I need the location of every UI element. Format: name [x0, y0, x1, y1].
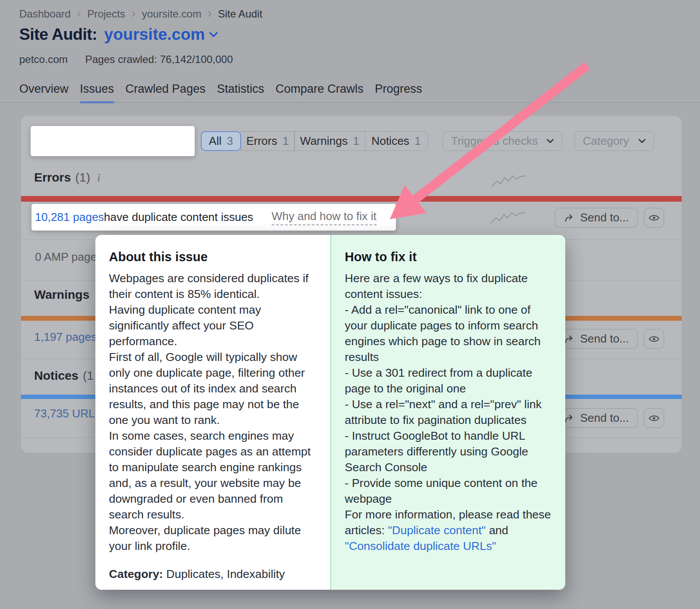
trend-sparkline-icon	[491, 172, 527, 190]
eye-icon	[648, 214, 660, 222]
severity-filter: All 3 Errors 1 Warnings 1 Notices 1	[201, 131, 428, 151]
filter-notices[interactable]: Notices 1	[365, 131, 428, 151]
filter-all-label: All	[209, 134, 221, 148]
warning-pages-link[interactable]: 1,197 pages	[34, 330, 97, 344]
filter-errors[interactable]: Errors 1	[241, 131, 295, 151]
breadcrumb: Dashboard Projects yoursite.com Site Aud…	[19, 8, 262, 20]
tab-statistics[interactable]: Statistics	[217, 82, 264, 103]
category-label: Category	[583, 134, 629, 148]
errors-severity-bar	[21, 196, 682, 202]
triggered-checks-label: Triggered checks	[451, 134, 538, 148]
why-and-how-to-fix-link[interactable]: Why and how to fix it	[272, 210, 377, 225]
tab-issues[interactable]: Issues	[80, 82, 114, 103]
duplicate-content-article-link[interactable]: "Duplicate content"	[388, 524, 486, 537]
issue-details-tooltip: About this issue Webpages are considered…	[95, 235, 565, 590]
chevron-right-icon	[207, 10, 212, 18]
page-title-prefix: Site Audit:	[19, 25, 97, 44]
share-arrow-icon	[564, 334, 574, 344]
tab-bar: Overview Issues Crawled Pages Statistics…	[19, 82, 422, 103]
issue-description: have duplicate content issues	[104, 210, 253, 224]
send-to-button[interactable]: Send to...	[555, 408, 638, 428]
send-to-label: Send to...	[580, 411, 629, 425]
notice-urls-link[interactable]: 73,735 URL	[34, 407, 95, 420]
tab-progress[interactable]: Progress	[375, 82, 422, 103]
filter-notices-count: 1	[415, 134, 421, 148]
page-title: Site Audit: yoursite.com	[19, 25, 218, 44]
tab-compare-crawls[interactable]: Compare Crawls	[276, 82, 364, 103]
fix-body-and: and	[486, 524, 508, 537]
pages-crawled-label: Pages crawled: 76,142/100,000	[85, 53, 233, 66]
category-dropdown[interactable]: Category	[574, 131, 654, 151]
filter-all[interactable]: All 3	[201, 131, 241, 151]
errors-section-header: Errors(1)i	[34, 171, 100, 185]
issue-category-line: Category: Duplicates, Indexability	[109, 566, 318, 582]
share-arrow-icon	[564, 213, 574, 223]
breadcrumb-item-dashboard[interactable]: Dashboard	[19, 8, 70, 20]
send-to-label: Send to...	[580, 211, 629, 224]
hide-issue-button[interactable]	[644, 329, 664, 349]
notices-title: Notices	[34, 369, 78, 382]
error-issue-row: 10,281 pages have duplicate content issu…	[32, 204, 396, 231]
breadcrumb-item-site[interactable]: yoursite.com	[142, 8, 201, 20]
project-selector[interactable]: yoursite.com	[104, 25, 218, 44]
chevron-down-icon	[546, 139, 554, 144]
amp-issue-row: 0 AMP page	[35, 250, 97, 264]
filter-errors-count: 1	[283, 134, 289, 148]
hide-issue-button[interactable]	[644, 408, 664, 428]
category-value: Duplicates, Indexability	[163, 567, 285, 581]
notices-section-header: Notices(1	[34, 369, 94, 383]
fix-heading: How to fix it	[345, 250, 553, 264]
project-name[interactable]: yoursite.com	[104, 25, 205, 44]
tabs-divider	[0, 102, 700, 103]
about-body: Webpages are considered duplicates if th…	[109, 270, 318, 554]
project-meta: petco.com Pages crawled: 76,142/100,000	[19, 53, 233, 66]
project-domain: petco.com	[19, 53, 68, 66]
send-to-button[interactable]: Send to...	[555, 208, 638, 228]
chevron-down-icon	[638, 139, 646, 144]
filter-warnings-label: Warnings	[300, 134, 348, 148]
filter-errors-label: Errors	[246, 134, 277, 148]
triggered-checks-dropdown[interactable]: Triggered checks	[443, 131, 562, 151]
eye-icon	[648, 335, 660, 343]
errors-count: (1)	[75, 171, 90, 184]
info-icon[interactable]: i	[97, 172, 100, 184]
warnings-section-header: Warnings	[34, 288, 90, 302]
consolidate-duplicate-urls-article-link[interactable]: "Consolidate duplicate URLs"	[345, 539, 496, 553]
send-to-label: Send to...	[580, 332, 629, 346]
hide-issue-button[interactable]	[644, 208, 664, 228]
trend-sparkline-icon	[490, 209, 526, 227]
about-this-issue-panel: About this issue Webpages are considered…	[95, 235, 330, 590]
fix-body-text: Here are a few ways to fix duplicate con…	[345, 272, 551, 537]
warnings-title: Warnings	[34, 288, 90, 301]
breadcrumb-item-projects[interactable]: Projects	[87, 8, 125, 20]
category-label: Category:	[109, 567, 163, 581]
share-arrow-icon	[564, 413, 574, 423]
about-heading: About this issue	[109, 250, 318, 264]
filter-warnings-count: 1	[353, 134, 359, 148]
how-to-fix-panel: How to fix it Here are a few ways to fix…	[330, 235, 565, 590]
breadcrumb-item-site-audit: Site Audit	[218, 8, 262, 20]
notices-count: (1	[83, 369, 94, 382]
chevron-down-icon	[209, 32, 218, 38]
chevron-right-icon	[131, 10, 136, 18]
search-spotlight	[31, 126, 195, 156]
tab-overview[interactable]: Overview	[19, 82, 69, 103]
filter-all-count: 3	[227, 134, 233, 148]
fix-body: Here are a few ways to fix duplicate con…	[345, 270, 553, 554]
filter-warnings[interactable]: Warnings 1	[294, 131, 365, 151]
filter-notices-label: Notices	[371, 134, 410, 148]
tab-crawled-pages[interactable]: Crawled Pages	[126, 82, 206, 103]
affected-pages-link[interactable]: 10,281 pages	[35, 210, 104, 224]
chevron-right-icon	[77, 10, 81, 18]
errors-title: Errors	[34, 171, 71, 184]
eye-icon	[648, 414, 660, 422]
send-to-button[interactable]: Send to...	[555, 329, 638, 349]
